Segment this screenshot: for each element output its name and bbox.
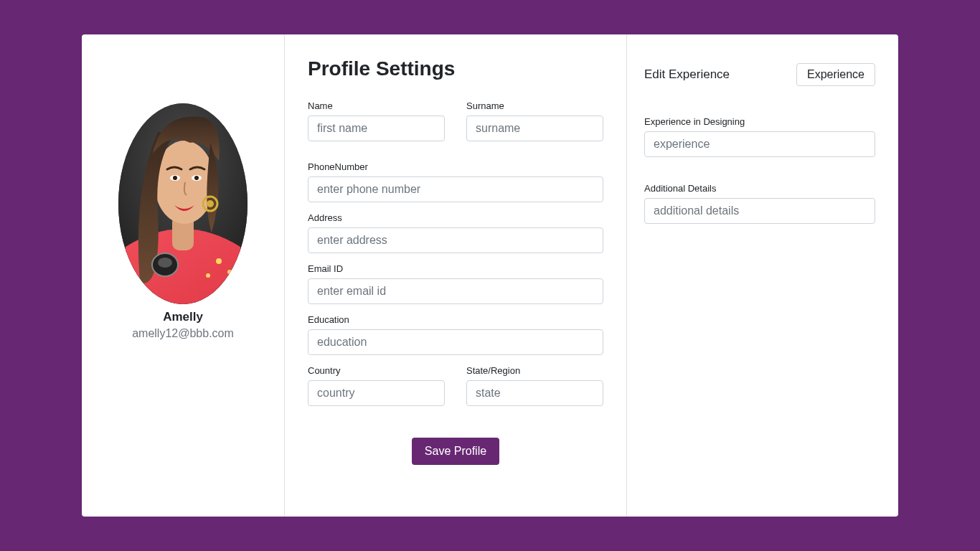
experience-heading: Edit Experience [644, 67, 730, 82]
svg-point-9 [173, 176, 177, 180]
profile-sidebar: Amelly amelly12@bbb.com [82, 34, 285, 517]
svg-point-14 [158, 258, 172, 268]
surname-input[interactable] [466, 116, 603, 141]
state-label: State/Region [466, 365, 603, 376]
save-button[interactable]: Save Profile [412, 438, 499, 465]
experience-button[interactable]: Experience [796, 63, 875, 86]
surname-label: Surname [466, 100, 603, 111]
profile-card: Amelly amelly12@bbb.com Profile Settings… [82, 34, 898, 517]
page-title: Profile Settings [308, 57, 603, 80]
svg-point-4 [223, 283, 229, 289]
address-label: Address [308, 212, 603, 223]
designing-input[interactable] [644, 131, 875, 157]
svg-point-3 [206, 273, 210, 278]
name-input[interactable] [308, 116, 445, 141]
education-input[interactable] [308, 329, 603, 355]
name-label: Name [308, 100, 445, 111]
phone-input[interactable] [308, 176, 603, 202]
email-label: Email ID [308, 263, 603, 274]
state-input[interactable] [466, 380, 603, 406]
details-label: Additional Details [644, 183, 875, 194]
address-input[interactable] [308, 227, 603, 253]
email-input[interactable] [308, 278, 603, 304]
phone-label: PhoneNumber [308, 161, 603, 172]
country-label: Country [308, 365, 445, 376]
avatar [118, 103, 248, 304]
svg-point-2 [227, 270, 232, 274]
settings-panel: Profile Settings Name Surname PhoneNumbe… [285, 34, 627, 517]
education-label: Education [308, 314, 603, 325]
svg-point-10 [194, 176, 199, 180]
details-input[interactable] [644, 198, 875, 224]
experience-panel: Edit Experience Experience Experience in… [627, 34, 898, 517]
profile-email: amelly12@bbb.com [132, 327, 234, 340]
svg-point-1 [216, 258, 222, 264]
profile-name: Amelly [163, 310, 203, 324]
svg-point-12 [207, 200, 214, 207]
designing-label: Experience in Designing [644, 116, 875, 127]
country-input[interactable] [308, 380, 445, 406]
